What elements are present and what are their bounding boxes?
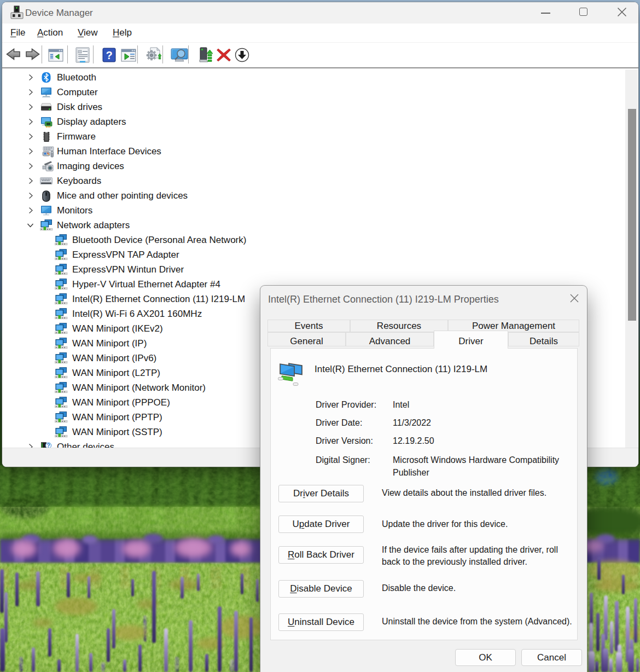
- svg-text:?: ?: [106, 49, 112, 61]
- svg-text:?: ?: [46, 442, 50, 448]
